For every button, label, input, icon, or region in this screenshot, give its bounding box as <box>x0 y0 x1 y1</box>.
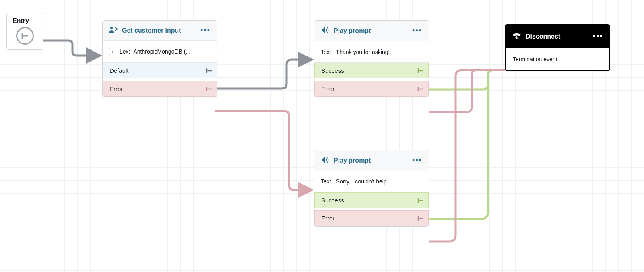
branch-error[interactable]: Error <box>103 81 217 97</box>
node-title: Play prompt <box>334 157 371 164</box>
branch-success[interactable]: Success <box>314 192 429 208</box>
port-icon[interactable] <box>205 86 213 92</box>
node-more-menu[interactable]: ••• <box>412 27 422 35</box>
node-disconnect[interactable]: Disconnect ••• Termination event <box>505 24 610 71</box>
edge-thanks-error-to-disconnect <box>429 70 505 112</box>
port-icon[interactable] <box>417 86 424 92</box>
speaker-icon <box>321 26 330 35</box>
body-value: Thank you for asking! <box>336 49 390 55</box>
node-play-prompt-thanks[interactable]: Play prompt ••• Text: Thank you for aski… <box>314 20 429 97</box>
entry-port-icon <box>16 27 34 45</box>
branch-default[interactable]: Default <box>103 63 217 78</box>
entry-node[interactable]: Entry <box>6 13 43 50</box>
svg-point-2 <box>110 27 113 29</box>
body-prefix: Text: <box>321 49 333 55</box>
node-title: Disconnect <box>526 33 560 40</box>
port-icon[interactable] <box>417 198 424 203</box>
node-get-customer-input[interactable]: Get customer input ••• + Lex: AnthropicM… <box>102 20 217 97</box>
node-body: Termination event <box>506 48 609 70</box>
port-icon[interactable] <box>205 68 213 74</box>
node-header: Play prompt ••• <box>314 150 429 171</box>
node-body: Text: Sorry, I couldn't help. <box>314 171 429 192</box>
node-title: Play prompt <box>334 27 371 35</box>
node-header: Disconnect ••• <box>506 25 609 48</box>
branch-success[interactable]: Success <box>314 63 429 78</box>
edge-sorry-success-to-disconnect <box>429 70 505 219</box>
node-more-menu[interactable]: ••• <box>593 32 603 41</box>
edge-error-to-sorry <box>215 111 311 190</box>
node-body: Text: Thank you for asking! <box>314 41 429 62</box>
branch-error[interactable]: Error <box>314 81 429 97</box>
port-icon[interactable] <box>417 68 424 74</box>
edge-default-to-thanks <box>215 60 311 89</box>
node-header: Play prompt ••• <box>314 21 429 41</box>
body-value: Termination event <box>513 56 557 62</box>
body-prefix: Lex: <box>120 48 130 55</box>
hangup-phone-icon <box>512 32 522 41</box>
entry-title: Entry <box>12 17 37 25</box>
speaker-icon <box>321 156 330 165</box>
edge-sorry-error-to-disconnect <box>429 70 505 241</box>
people-share-icon <box>109 26 118 35</box>
node-header: Get customer input ••• <box>103 21 217 41</box>
body-value: Sorry, I couldn't help. <box>336 178 388 185</box>
edge-thanks-success-to-disconnect <box>429 70 505 89</box>
node-more-menu[interactable]: ••• <box>200 26 211 35</box>
node-body: + Lex: AnthropicMongoDB (... <box>103 41 217 62</box>
plus-icon[interactable]: + <box>109 48 116 55</box>
edge-entry-to-getinput <box>43 41 99 56</box>
body-value: AnthropicMongoDB (... <box>133 48 190 55</box>
body-prefix: Text: <box>321 178 333 185</box>
port-icon[interactable] <box>417 216 424 221</box>
node-title: Get customer input <box>122 27 181 34</box>
node-more-menu[interactable]: ••• <box>412 156 422 165</box>
branch-error[interactable]: Error <box>314 210 429 226</box>
node-play-prompt-sorry[interactable]: Play prompt ••• Text: Sorry, I couldn't … <box>314 150 429 227</box>
